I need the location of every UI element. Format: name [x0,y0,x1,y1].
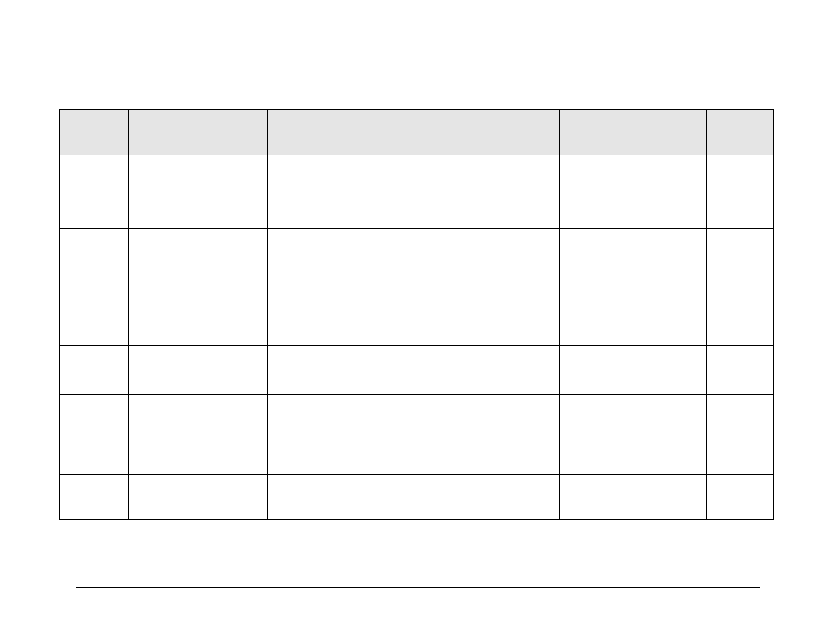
data-table [59,109,774,520]
table-cell [631,395,707,444]
table-header-row [60,110,774,155]
table-cell [203,346,268,395]
table-row [60,155,774,229]
table-cell [129,475,203,520]
table-cell [268,475,560,520]
table-row [60,444,774,475]
table-cell [60,346,129,395]
table-cell [129,155,203,229]
table-row [60,395,774,444]
table-cell [631,155,707,229]
table-header-cell [560,110,631,155]
table-cell [560,395,631,444]
table-cell [203,395,268,444]
page [0,0,834,644]
table-header-cell [60,110,129,155]
table-cell [203,444,268,475]
table-cell [707,155,774,229]
table-cell [60,155,129,229]
table-header-cell [129,110,203,155]
table-row [60,475,774,520]
table-cell [268,346,560,395]
table-cell [631,229,707,346]
table-cell [560,444,631,475]
table-cell [707,395,774,444]
table-cell [268,395,560,444]
table-cell [631,346,707,395]
table-cell [560,229,631,346]
table-cell [707,346,774,395]
table-cell [60,444,129,475]
table-cell [560,475,631,520]
table-header-cell [268,110,560,155]
table-cell [707,475,774,520]
table-cell [129,229,203,346]
table-cell [60,475,129,520]
table-cell [268,155,560,229]
table-cell [60,229,129,346]
table-cell [631,444,707,475]
table-cell [203,475,268,520]
table-row [60,229,774,346]
table-cell [631,475,707,520]
table-cell [129,395,203,444]
table-cell [60,395,129,444]
table-cell [560,155,631,229]
table-cell [707,444,774,475]
footer-divider [76,587,760,588]
table-header-cell [631,110,707,155]
table-cell [268,444,560,475]
table-header-cell [707,110,774,155]
table-cell [203,155,268,229]
table-cell [707,229,774,346]
table-row [60,346,774,395]
table-cell [203,229,268,346]
table-cell [129,444,203,475]
table-cell [129,346,203,395]
table-cell [560,346,631,395]
table-header-cell [203,110,268,155]
table-cell [268,229,560,346]
